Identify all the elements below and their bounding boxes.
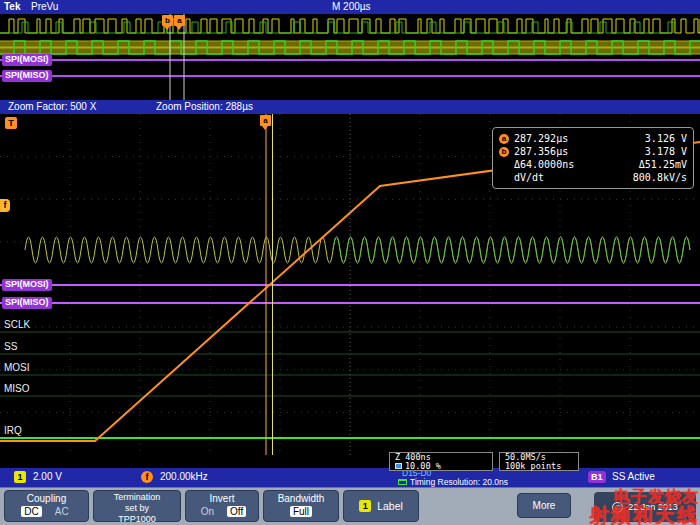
cursor-b-time: 287.356µs: [514, 146, 645, 157]
cursor-delta-row: Δ64.0000ns Δ51.25mV: [499, 158, 687, 171]
bandwidth-button[interactable]: Bandwidth Full: [263, 490, 339, 522]
top-status-bar: Tek PreVu M 200µs: [0, 0, 700, 14]
label-button[interactable]: 1 Label: [343, 490, 419, 522]
bus-label-spi-miso-overview: SPI(MISO): [2, 70, 52, 82]
zoom-info-bar: Zoom Factor: 500 X Zoom Position: 288µs: [0, 100, 700, 114]
freq-badge: f: [141, 471, 153, 483]
dvdt-label: dV/dt: [514, 172, 633, 183]
oscilloscope-screen: Tek PreVu M 200µs b a SPI(MOSI) SPI(MISO…: [0, 0, 700, 525]
zoom-position: Zoom Position: 288µs: [156, 101, 253, 112]
cursor-a-badge: a: [499, 134, 509, 144]
coupling-ac-option[interactable]: AC: [52, 506, 72, 517]
bus-label-spi-mosi: SPI(MOSI): [2, 279, 52, 291]
cursor-b-badge: b: [499, 147, 509, 157]
ch1-scale-readout: 2.00 V: [33, 471, 62, 482]
bus-b1-badge: B1: [588, 471, 606, 483]
bandwidth-title: Bandwidth: [264, 493, 338, 504]
termination-line3: TPP1000: [94, 514, 180, 524]
invert-on-option[interactable]: On: [198, 506, 217, 517]
acquisition-mode: PreVu: [31, 1, 58, 12]
invert-off-option[interactable]: Off: [227, 506, 246, 517]
more-title: More: [533, 500, 556, 511]
more-button[interactable]: More: [517, 493, 571, 518]
coupling-dc-option[interactable]: DC: [21, 506, 41, 517]
label-title: Label: [377, 500, 403, 512]
invert-button[interactable]: Invert On Off: [185, 490, 259, 522]
bus-label-spi-miso: SPI(MISO): [2, 297, 52, 309]
bus-label-spi-mosi-overview: SPI(MOSI): [2, 54, 52, 66]
overview-window: b a SPI(MOSI) SPI(MISO): [0, 14, 700, 100]
dvdt-value: 800.8kV/s: [633, 172, 687, 183]
invert-title: Invert: [186, 493, 258, 504]
digital-label-irq: IRQ: [4, 425, 22, 436]
digital-label-ss: SS: [4, 341, 17, 352]
record-length: 100k points: [505, 462, 573, 471]
delta-time: Δ64.0000ns: [514, 159, 639, 170]
tek-logo: Tek: [4, 1, 21, 12]
sample-rate-box: 50.0MS/s 100k points: [499, 452, 579, 471]
zoom-factor: Zoom Factor: 500 X: [8, 101, 96, 112]
date-text: 22 Jan 2013: [628, 502, 678, 512]
cursor-a-volt: 3.126 V: [645, 133, 687, 144]
clock-icon: C: [612, 502, 623, 513]
cursor-readout-box: a 287.292µs 3.126 V b 287.356µs 3.178 V …: [492, 127, 694, 189]
coupling-title: Coupling: [5, 493, 88, 504]
cursor-b-flag-overview[interactable]: b: [162, 15, 173, 26]
cursor-a-flag-overview[interactable]: a: [174, 15, 185, 26]
bandwidth-full-option[interactable]: Full: [290, 506, 312, 517]
trigger-frequency-readout: 200.00kHz: [160, 471, 208, 482]
cursor-a-flag[interactable]: a: [260, 115, 271, 126]
cursor-a-time: 287.292µs: [514, 133, 645, 144]
digital-label-miso: MISO: [4, 383, 30, 394]
digital-label-sclk: SCLK: [4, 319, 30, 330]
freq-level-marker[interactable]: f: [0, 199, 10, 212]
delta-volt: Δ51.25mV: [639, 159, 687, 170]
zoom-waveform-area: T a f SPI(MOSI) SPI(MISO) SCLK SS MOSI M…: [0, 114, 700, 455]
timing-resolution: Timing Resolution: 20.0ns: [410, 477, 508, 487]
timing-resolution-group: Timing Resolution: 20.0ns: [398, 477, 508, 487]
digital-label-mosi: MOSI: [4, 362, 30, 373]
bus-b1-status: SS Active: [612, 471, 655, 482]
coupling-button[interactable]: Coupling DC AC: [4, 490, 89, 522]
cursor-dvdt-row: dV/dt 800.8kV/s: [499, 171, 687, 184]
bottom-readout-bar: 1 2.00 V f 200.00kHz D15-D0 Timing Resol…: [0, 468, 700, 487]
zoom-position-icon: [395, 463, 402, 469]
overview-waveform-svg: [0, 14, 700, 100]
timebase-readout: M 200µs: [332, 1, 371, 12]
date-display: C 22 Jan 2013: [594, 492, 696, 522]
cursor-b-volt: 3.178 V: [645, 146, 687, 157]
termination-line2: set by: [94, 503, 180, 513]
softkey-menu-bar: Coupling DC AC Termination set by TPP100…: [0, 487, 700, 525]
zoom-scale-box: Z 400ns 10.00 %: [389, 452, 493, 471]
cursor-a-row: a 287.292µs 3.126 V: [499, 132, 687, 145]
ch1-badge: 1: [14, 471, 26, 483]
label-ch1-badge: 1: [359, 500, 371, 512]
bus-icon: [398, 479, 407, 485]
cursor-b-row: b 287.356µs 3.178 V: [499, 145, 687, 158]
termination-line1: Termination: [94, 492, 180, 502]
zoom-percent: 10.00 %: [405, 461, 441, 471]
trigger-marker[interactable]: T: [5, 117, 17, 129]
termination-button[interactable]: Termination set by TPP1000: [93, 490, 181, 522]
